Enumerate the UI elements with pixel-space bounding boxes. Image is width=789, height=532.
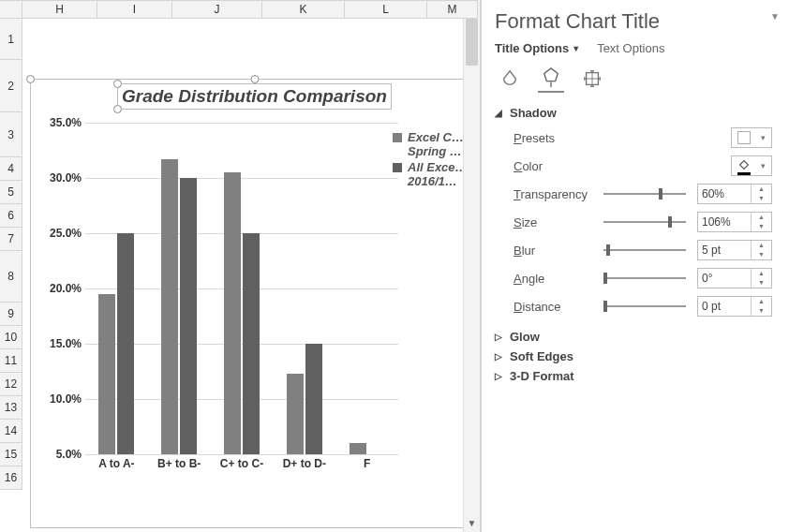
color-button[interactable]: ▾	[731, 155, 772, 176]
scroll-thumb[interactable]	[466, 19, 478, 66]
scroll-down-icon[interactable]: ▼	[464, 515, 480, 532]
row-header-5[interactable]: 5	[0, 181, 22, 204]
spinner-arrows[interactable]: ▲▼	[751, 185, 771, 203]
chart-title-text: Grade Distribution Comparison	[122, 86, 387, 106]
spinner-arrows[interactable]: ▲▼	[751, 269, 771, 288]
row-header-10[interactable]: 10	[0, 326, 22, 349]
effects-icon[interactable]	[538, 65, 564, 93]
row-header-9[interactable]: 9	[0, 303, 22, 326]
angle-label: Angle	[514, 272, 603, 286]
pane-tabs: Title Options ▼ Text Options	[495, 41, 772, 55]
expand-icon: ▷	[495, 371, 502, 381]
pane-menu-icon[interactable]: ▼	[770, 11, 780, 22]
column-header-H[interactable]: H	[22, 1, 97, 19]
column-header-M[interactable]: M	[427, 1, 478, 19]
transparency-label: Transparency	[514, 187, 603, 201]
size-slider[interactable]	[603, 221, 686, 223]
legend-label-1: All Exce…2016/1…	[408, 160, 468, 188]
paint-bucket-icon	[737, 158, 751, 173]
column-header-J[interactable]: J	[172, 1, 262, 19]
blur-slider[interactable]	[603, 249, 686, 251]
size-properties-icon[interactable]	[579, 65, 605, 93]
spinner-arrows[interactable]: ▲▼	[751, 297, 771, 316]
y-tick-label: 20.0%	[50, 282, 82, 295]
row-header-11[interactable]: 11	[0, 349, 22, 373]
selection-handle-nw[interactable]	[26, 75, 35, 83]
spinner-arrows[interactable]: ▲▼	[751, 213, 771, 231]
column-header-K[interactable]: K	[262, 1, 345, 19]
expand-icon: ▷	[495, 351, 502, 362]
x-tick-label: A to A-	[88, 458, 144, 471]
row-header-7[interactable]: 7	[0, 228, 22, 251]
row-header-8[interactable]: 8	[0, 251, 22, 303]
row-size: Size ▲▼	[514, 212, 772, 232]
chart-title[interactable]: Grade Distribution Comparison	[117, 83, 392, 110]
row-header-13[interactable]: 13	[0, 396, 22, 420]
y-tick-label: 25.0%	[50, 227, 82, 240]
x-tick-label: F	[339, 458, 395, 471]
section-soft-edges[interactable]: ▷ Soft Edges	[495, 349, 772, 363]
bar-series0-cat1[interactable]	[161, 159, 178, 454]
bar-series0-cat2[interactable]	[224, 172, 241, 454]
distance-input[interactable]: ▲▼	[697, 296, 772, 317]
bar-series0-cat4[interactable]	[350, 443, 366, 454]
chevron-down-icon: ▾	[761, 161, 766, 170]
collapse-icon: ◢	[495, 108, 502, 118]
column-header-I[interactable]: I	[97, 1, 172, 19]
row-header-16[interactable]: 16	[0, 466, 22, 490]
title-handle-nw[interactable]	[113, 80, 122, 88]
row-header-12[interactable]: 12	[0, 373, 22, 396]
bar-series1-cat0[interactable]	[117, 233, 134, 454]
selection-handle-n[interactable]	[251, 75, 260, 83]
distance-slider[interactable]	[603, 305, 686, 307]
presets-button[interactable]: ▾	[731, 127, 772, 148]
column-header-L[interactable]: L	[345, 1, 427, 19]
angle-slider[interactable]	[603, 277, 686, 279]
preset-preview-icon	[737, 131, 751, 144]
distance-label: Distance	[514, 300, 603, 314]
section-3d-format[interactable]: ▷ 3-D Format	[495, 369, 772, 383]
blur-value[interactable]	[698, 244, 751, 257]
spreadsheet-area: HIJKLM 12345678910111213141516 Grade Dis…	[0, 0, 480, 532]
presets-label: Presets	[514, 131, 603, 145]
chevron-down-icon: ▾	[761, 133, 766, 142]
distance-value[interactable]	[698, 300, 751, 313]
section-glow[interactable]: ▷ Glow	[495, 330, 772, 344]
bar-series1-cat2[interactable]	[243, 233, 260, 454]
row-header-2[interactable]: 2	[0, 60, 22, 112]
svg-marker-0	[544, 68, 558, 81]
transparency-input[interactable]: ▲▼	[697, 184, 772, 204]
y-tick-label: 35.0%	[50, 116, 82, 129]
blur-label: Blur	[514, 244, 603, 258]
size-input[interactable]: ▲▼	[697, 212, 772, 232]
vertical-scrollbar[interactable]: ▲ ▼	[463, 0, 480, 532]
chart-plot-area[interactable]: 5.0%10.0%15.0%20.0%25.0%30.0%35.0%A to A…	[85, 123, 398, 454]
bar-series1-cat1[interactable]	[180, 178, 197, 454]
chart-object[interactable]: Grade Distribution Comparison Excel C…Sp…	[30, 79, 480, 528]
row-header-4[interactable]: 4	[0, 157, 22, 181]
expand-icon: ▷	[495, 332, 502, 342]
row-header-15[interactable]: 15	[0, 443, 22, 466]
row-header-1[interactable]: 1	[0, 19, 22, 60]
angle-value[interactable]	[698, 272, 751, 285]
transparency-slider[interactable]	[603, 193, 686, 195]
row-transparency: Transparency ▲▼	[514, 184, 772, 204]
tab-text-options[interactable]: Text Options	[597, 41, 664, 55]
row-header-3[interactable]: 3	[0, 112, 22, 157]
fill-line-icon[interactable]	[497, 65, 523, 93]
spinner-arrows[interactable]: ▲▼	[751, 241, 771, 259]
tab-title-options[interactable]: Title Options ▼	[495, 41, 580, 55]
row-header-14[interactable]: 14	[0, 420, 22, 443]
row-angle: Angle ▲▼	[514, 268, 772, 288]
blur-input[interactable]: ▲▼	[697, 240, 772, 260]
transparency-value[interactable]	[698, 187, 751, 200]
row-header-6[interactable]: 6	[0, 204, 22, 228]
bar-series0-cat0[interactable]	[98, 294, 115, 454]
bar-series1-cat3[interactable]	[305, 344, 322, 454]
size-value[interactable]	[698, 215, 751, 229]
bar-series0-cat3[interactable]	[287, 374, 304, 454]
x-tick-label: B+ to B-	[151, 458, 207, 471]
title-handle-sw[interactable]	[113, 105, 122, 113]
section-shadow[interactable]: ◢ Shadow	[495, 106, 772, 120]
angle-input[interactable]: ▲▼	[697, 268, 772, 288]
